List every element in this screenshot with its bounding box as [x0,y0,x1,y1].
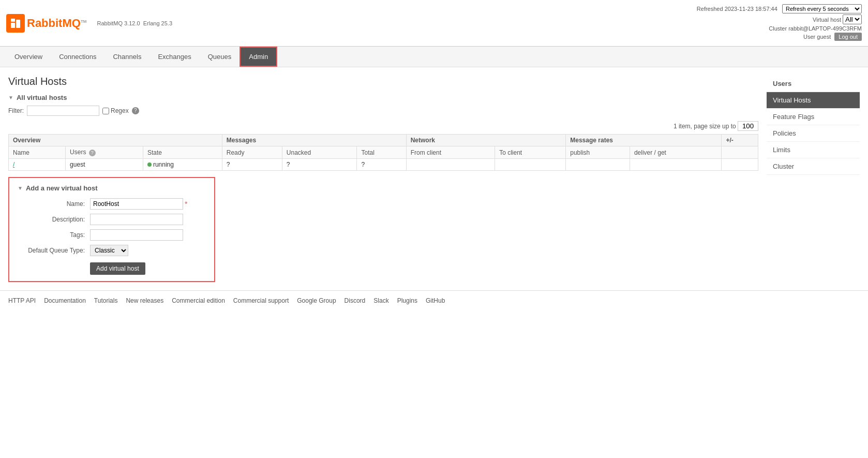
sidebar-item-virtual-hosts[interactable]: Virtual Hosts [767,92,860,109]
table-row: / guest running ? ? ? [9,159,758,171]
cell-publish [566,159,630,171]
footer-link-tutorials[interactable]: Tutorials [94,297,118,304]
cell-state: running [143,159,222,171]
col-users: Users ? [66,146,143,159]
group-header-network: Network [406,135,566,146]
footer-link-github[interactable]: GitHub [426,297,445,304]
sidebar-item-limits[interactable]: Limits [767,142,860,158]
cell-to-client [495,159,566,171]
logo-icon [6,14,25,33]
required-dot: * [185,200,187,208]
svg-rect-0 [11,23,15,28]
group-header-plusminus[interactable]: +/- [722,135,758,146]
default-queue-select[interactable]: Classic Quorum Stream [90,245,128,256]
svg-rect-1 [16,20,20,28]
description-input[interactable] [90,214,183,225]
user-label: User [803,34,815,40]
cell-unacked: ? [282,159,357,171]
group-header-overview: Overview [9,135,222,146]
filter-label: Filter: [8,107,24,114]
nav-admin[interactable]: Admin [240,47,277,67]
sidebar-item-policies[interactable]: Policies [767,125,860,142]
col-to-client: To client [495,146,566,159]
cell-row-action [722,159,758,171]
col-ready: Ready [222,146,282,159]
svg-rect-2 [11,19,15,22]
footer: HTTP API Documentation Tutorials New rel… [0,290,868,311]
section-toggle[interactable]: ▼ [8,95,13,100]
filter-input[interactable] [27,106,99,116]
sidebar-title: Users [767,76,860,92]
nav-queues[interactable]: Queues [200,48,240,66]
footer-link-discord[interactable]: Discord [345,297,366,304]
cell-total: ? [357,159,406,171]
refresh-select[interactable]: Refresh every 5 secondsRefresh every 10 … [782,4,862,13]
sidebar-item-feature-flags[interactable]: Feature Flags [767,109,860,125]
sidebar: Users Virtual Hosts Feature Flags Polici… [767,76,860,282]
default-queue-label: Default Queue Type: [18,247,90,254]
col-name: Name [9,146,66,159]
cluster-value: rabbit@LAPTOP-499C3RFM [788,25,862,32]
version-info: RabbitMQ 3.12.0 Erlang 25.3 [97,20,172,26]
description-label: Description: [18,216,90,223]
footer-link-commercial-support[interactable]: Commercial support [233,297,289,304]
refreshed-time: 2023-11-23 18:57:44 [725,6,777,12]
group-header-messages: Messages [222,135,406,146]
refreshed-label: Refreshed [697,6,723,12]
pagination-size-input[interactable] [738,121,758,131]
logo-text: RabbitMQTM [27,17,86,30]
footer-link-slack[interactable]: Slack [373,297,388,304]
col-state: State [143,146,222,159]
vhost-table: Overview Messages Network Message rates … [8,134,758,171]
tags-input[interactable] [90,229,183,241]
nav-overview[interactable]: Overview [6,48,51,66]
section-title: All virtual hosts [17,94,67,101]
footer-link-plugins[interactable]: Plugins [397,297,417,304]
footer-link-commercial-edition[interactable]: Commercial edition [172,297,225,304]
page-title: Virtual Hosts [8,76,758,87]
logout-button[interactable]: Log out [834,33,862,41]
regex-checkbox[interactable] [102,108,109,114]
users-help[interactable]: ? [89,150,96,156]
regex-label: Regex [111,107,129,114]
col-from-client: From client [406,146,495,159]
footer-link-google-group[interactable]: Google Group [297,297,336,304]
col-unacked: Unacked [282,146,357,159]
nav: Overview Connections Channels Exchanges … [0,47,868,67]
nav-connections[interactable]: Connections [51,48,104,66]
col-actions [722,146,758,159]
footer-link-new-releases[interactable]: New releases [126,297,163,304]
sidebar-item-cluster[interactable]: Cluster [767,158,860,175]
col-total: Total [357,146,406,159]
name-input[interactable] [90,198,183,210]
logo: RabbitMQTM [6,14,86,33]
help-icon[interactable]: ? [132,107,139,114]
col-deliver-get: deliver / get [630,146,722,159]
footer-link-documentation[interactable]: Documentation [44,297,86,304]
cluster-label: Cluster [769,25,787,32]
cell-ready: ? [222,159,282,171]
col-publish: publish [566,146,630,159]
add-vhost-title: Add a new virtual host [26,184,98,192]
cell-deliver-get [630,159,722,171]
add-virtual-host-button[interactable]: Add virtual host [90,262,145,275]
tags-label: Tags: [18,231,90,239]
name-label: Name: [18,200,90,208]
add-vhost-section: ▼ Add a new virtual host Name: * Descrip… [8,177,215,282]
cell-from-client [406,159,495,171]
user-value: guest [817,34,831,40]
nav-exchanges[interactable]: Exchanges [149,48,199,66]
nav-channels[interactable]: Channels [104,48,149,66]
add-vhost-toggle[interactable]: ▼ [18,185,23,191]
cell-users: guest [66,159,143,171]
pagination-info: 1 item, page size up to [674,123,736,130]
virtual-host-select[interactable]: All / [843,14,862,24]
group-header-msgrates: Message rates [566,135,722,146]
cell-name[interactable]: / [9,159,66,171]
footer-link-http-api[interactable]: HTTP API [8,297,36,304]
virtual-host-label: Virtual host [813,17,841,23]
